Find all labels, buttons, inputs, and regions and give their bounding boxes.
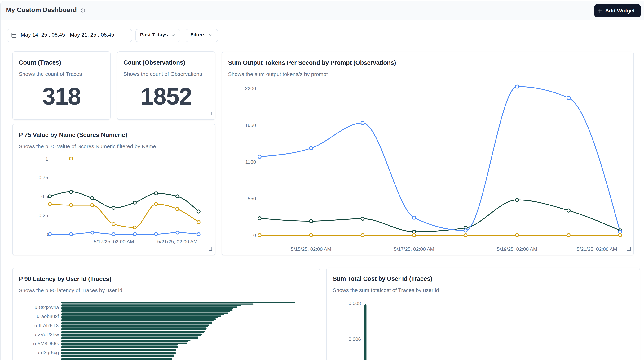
svg-text:0.5: 0.5 xyxy=(41,194,48,199)
svg-text:5/19/25, 02:00 AM: 5/19/25, 02:00 AM xyxy=(497,246,537,252)
svg-text:1100: 1100 xyxy=(245,159,256,165)
svg-text:0: 0 xyxy=(46,231,48,237)
svg-text:u-aobnuxf: u-aobnuxf xyxy=(37,313,59,319)
svg-text:u-8fVa9T3: u-8fVa9T3 xyxy=(36,359,59,360)
svg-text:5/21/25, 02:00 AM: 5/21/25, 02:00 AM xyxy=(157,239,198,244)
svg-text:2200: 2200 xyxy=(245,86,256,91)
svg-text:0: 0 xyxy=(253,232,256,238)
svg-text:u-8sq2w4a: u-8sq2w4a xyxy=(35,304,59,310)
svg-text:u-5M8D56k: u-5M8D56k xyxy=(33,341,59,346)
svg-text:550: 550 xyxy=(248,196,256,201)
svg-text:1650: 1650 xyxy=(245,122,256,128)
svg-text:0.25: 0.25 xyxy=(38,213,48,218)
svg-text:0.006: 0.006 xyxy=(348,336,361,342)
svg-text:5/17/25, 02:00 AM: 5/17/25, 02:00 AM xyxy=(94,239,134,244)
svg-text:u-d3qr5cg: u-d3qr5cg xyxy=(36,350,59,355)
svg-text:u-tFAR5TX: u-tFAR5TX xyxy=(34,323,59,328)
svg-text:1: 1 xyxy=(46,156,48,162)
svg-text:5/21/25, 02:00 AM: 5/21/25, 02:00 AM xyxy=(577,246,617,252)
svg-text:0.75: 0.75 xyxy=(38,175,48,180)
svg-text:u-zVqP3hw: u-zVqP3hw xyxy=(34,332,59,337)
svg-text:0.008: 0.008 xyxy=(348,300,361,306)
svg-text:5/17/25, 02:00 AM: 5/17/25, 02:00 AM xyxy=(394,246,434,252)
svg-text:5/15/25, 02:00 AM: 5/15/25, 02:00 AM xyxy=(291,246,331,252)
